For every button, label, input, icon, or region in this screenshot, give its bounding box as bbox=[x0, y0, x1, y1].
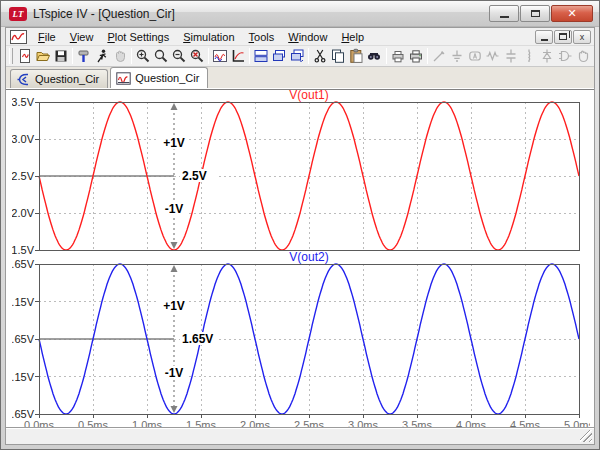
y-tick-label: 2.5V bbox=[12, 170, 35, 182]
control-panel-icon[interactable] bbox=[75, 47, 93, 65]
menu-simulation[interactable]: Simulation bbox=[176, 30, 241, 44]
cut-icon[interactable] bbox=[311, 47, 329, 65]
menu-window[interactable]: Window bbox=[281, 30, 334, 44]
menu-file[interactable]: File bbox=[31, 30, 63, 44]
resistor-icon[interactable] bbox=[484, 47, 502, 65]
status-bar bbox=[6, 427, 594, 444]
tab-waveform-question_cir[interactable]: Question_Cir bbox=[110, 67, 208, 88]
toolbar bbox=[6, 46, 594, 67]
mdi-restore-icon bbox=[559, 33, 567, 40]
toolbar-separator bbox=[249, 48, 250, 64]
annotation-center: 2.5V bbox=[182, 169, 207, 183]
toolbar-separator bbox=[72, 48, 73, 64]
paste-icon[interactable] bbox=[347, 47, 365, 65]
halt-icon[interactable] bbox=[111, 47, 129, 65]
menu-help[interactable]: Help bbox=[334, 30, 371, 44]
mdi-close-icon: x bbox=[580, 32, 585, 42]
arrowhead-up bbox=[171, 103, 178, 110]
waveform-icon bbox=[116, 72, 131, 85]
net-label-icon[interactable] bbox=[466, 47, 484, 65]
plot-settings-icon[interactable] bbox=[229, 47, 247, 65]
y-tick-label: 1.65V bbox=[12, 333, 35, 345]
pane-title: V(out2) bbox=[289, 250, 328, 264]
plot-client-area: +1V-1V2.5V3.5V3.0V2.5V2.0V1.5VV(out1)+1V… bbox=[6, 89, 594, 427]
y-tick-label: 3.0V bbox=[12, 133, 35, 145]
diode-icon[interactable] bbox=[538, 47, 556, 65]
window-title: LTspice IV - [Question_Cir] bbox=[33, 7, 488, 21]
menu-view[interactable]: View bbox=[63, 30, 101, 44]
cascade-windows-icon[interactable] bbox=[288, 47, 306, 65]
tab-label: Question_Cir bbox=[135, 72, 199, 84]
toolbar-separator bbox=[427, 48, 428, 64]
menu-tools[interactable]: Tools bbox=[242, 30, 282, 44]
minimize-button[interactable] bbox=[489, 5, 519, 22]
inductor-icon[interactable] bbox=[520, 47, 538, 65]
y-tick-label: 1.5V bbox=[12, 244, 35, 256]
annotation-upper: +1V bbox=[163, 136, 185, 150]
move-icon[interactable] bbox=[574, 47, 592, 65]
waveform-plot-canvas[interactable]: +1V-1V2.5V3.5V3.0V2.5V2.0V1.5VV(out1)+1V… bbox=[12, 90, 590, 430]
arrowhead-down bbox=[171, 406, 178, 413]
y-tick-label: 1.15V bbox=[12, 371, 35, 383]
y-tick-label: 2.0V bbox=[12, 207, 35, 219]
toolbar-separator bbox=[131, 48, 132, 64]
close-icon: ✕ bbox=[567, 7, 576, 20]
tab-label: Question_Cir bbox=[35, 73, 99, 85]
tab-schematic-question_cir[interactable]: Question_Cir bbox=[10, 69, 108, 88]
annotation-center: 1.65V bbox=[182, 332, 213, 346]
y-tick-label: 2.15V bbox=[12, 296, 35, 308]
zoom-in-icon[interactable] bbox=[134, 47, 152, 65]
ground-icon[interactable] bbox=[448, 47, 466, 65]
component-icon[interactable] bbox=[556, 47, 574, 65]
y-tick-label: 3.5V bbox=[12, 96, 35, 108]
maximize-icon bbox=[531, 10, 540, 17]
copy-icon[interactable] bbox=[329, 47, 347, 65]
tile-horizontal-icon[interactable] bbox=[252, 47, 270, 65]
find-icon[interactable] bbox=[365, 47, 383, 65]
toolbar-grip[interactable] bbox=[9, 48, 13, 64]
title-bar[interactable]: LT LTspice IV - [Question_Cir] ✕ bbox=[1, 1, 599, 27]
mdi-restore-button[interactable] bbox=[554, 30, 572, 44]
arrowhead-down bbox=[171, 242, 178, 249]
pane-title: V(out1) bbox=[289, 90, 328, 102]
arrowhead-up bbox=[171, 265, 178, 272]
menu-bar: FileViewPlot SettingsSimulationToolsWind… bbox=[6, 28, 594, 46]
ltspice-logo-icon: LT bbox=[9, 7, 27, 21]
minimize-icon bbox=[500, 15, 509, 18]
capacitor-icon[interactable] bbox=[502, 47, 520, 65]
annotation-lower: -1V bbox=[165, 366, 184, 380]
print-icon[interactable] bbox=[407, 47, 425, 65]
mdi-minimize-button[interactable] bbox=[535, 30, 553, 44]
y-tick-label: 2.65V bbox=[12, 258, 35, 270]
mdi-close-button[interactable]: x bbox=[573, 30, 591, 44]
open-icon[interactable] bbox=[34, 47, 52, 65]
zoom-out-icon[interactable] bbox=[170, 47, 188, 65]
print-preview-icon[interactable] bbox=[389, 47, 407, 65]
zoom-back-icon[interactable] bbox=[152, 47, 170, 65]
mdi-minimize-icon bbox=[541, 39, 548, 41]
toolbar-separator bbox=[208, 48, 209, 64]
draw-wire-icon[interactable] bbox=[430, 47, 448, 65]
zoom-fit-icon[interactable] bbox=[188, 47, 206, 65]
close-button[interactable]: ✕ bbox=[551, 5, 593, 22]
toolbar-separator bbox=[308, 48, 309, 64]
save-icon[interactable] bbox=[52, 47, 70, 65]
new-schematic-icon[interactable] bbox=[16, 47, 34, 65]
ltspice-window: LT LTspice IV - [Question_Cir] ✕ FileVie… bbox=[0, 0, 600, 450]
run-icon[interactable] bbox=[93, 47, 111, 65]
toolbar-separator bbox=[386, 48, 387, 64]
menu-plot-settings[interactable]: Plot Settings bbox=[100, 30, 176, 44]
tile-vertical-icon[interactable] bbox=[270, 47, 288, 65]
schematic-icon bbox=[16, 73, 31, 86]
annotation-lower: -1V bbox=[165, 202, 184, 216]
autorange-y-icon[interactable] bbox=[211, 47, 229, 65]
annotation-upper: +1V bbox=[163, 299, 185, 313]
tab-bar: Question_CirQuestion_Cir bbox=[6, 67, 594, 89]
maximize-button[interactable] bbox=[520, 5, 550, 22]
resize-grip[interactable] bbox=[580, 430, 592, 442]
active-document-icon[interactable] bbox=[10, 30, 27, 44]
